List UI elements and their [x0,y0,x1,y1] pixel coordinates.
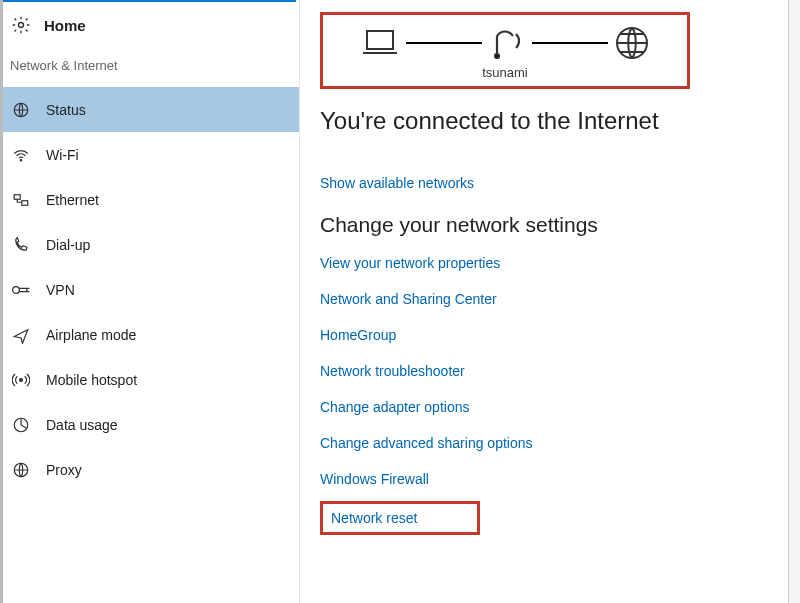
sidebar-item-label: Mobile hotspot [46,372,137,388]
svg-point-2 [20,159,22,161]
sidebar-item-airplane[interactable]: Airplane mode [0,312,299,357]
sidebar-item-wifi[interactable]: Wi-Fi [0,132,299,177]
datausage-icon [10,414,32,436]
svg-rect-4 [22,200,28,205]
sidebar-item-label: Status [46,102,86,118]
sidebar-item-label: Data usage [46,417,118,433]
sidebar-item-label: Dial-up [46,237,90,253]
laptop-icon [360,27,400,59]
svg-rect-3 [14,194,20,199]
sidebar-item-label: Proxy [46,462,82,478]
connected-heading: You're connected to the Internet [320,107,780,135]
svg-point-10 [495,54,499,58]
globe-icon [614,25,650,61]
svg-point-0 [19,23,24,28]
sidebar-item-proxy[interactable]: Proxy [0,447,299,492]
sidebar-item-status[interactable]: Status [0,87,299,132]
svg-point-6 [20,378,23,381]
svg-point-5 [13,286,20,293]
airplane-icon [10,324,32,346]
vpn-icon [10,279,32,301]
status-icon [10,99,32,121]
sidebar-item-label: Airplane mode [46,327,136,343]
settings-window: Home Network & Internet Status Wi-Fi [0,0,800,603]
sidebar-item-vpn[interactable]: VPN [0,267,299,312]
dialup-icon [10,234,32,256]
svg-rect-9 [367,31,393,49]
homegroup-link[interactable]: HomeGroup [320,327,780,343]
windows-firewall-link[interactable]: Windows Firewall [320,471,780,487]
sidebar-item-label: Ethernet [46,192,99,208]
ethernet-icon [10,189,32,211]
sidebar: Home Network & Internet Status Wi-Fi [0,0,300,603]
sidebar-item-ethernet[interactable]: Ethernet [0,177,299,222]
change-settings-heading: Change your network settings [320,213,780,237]
network-name-label: tsunami [482,65,528,80]
gear-icon [10,14,32,36]
main-content: tsunami You're connected to the Internet… [300,0,800,603]
sidebar-item-label: Wi-Fi [46,147,79,163]
connection-line [532,42,608,44]
sidebar-item-datausage[interactable]: Data usage [0,402,299,447]
network-troubleshooter-link[interactable]: Network troubleshooter [320,363,780,379]
sidebar-item-label: VPN [46,282,75,298]
window-left-edge [0,0,3,603]
home-label: Home [44,17,86,34]
show-networks-link[interactable]: Show available networks [320,175,780,191]
hotspot-icon [10,369,32,391]
wifi-icon [10,144,32,166]
view-properties-link[interactable]: View your network properties [320,255,780,271]
network-status-diagram: tsunami [320,12,690,89]
connection-line [406,42,482,44]
sidebar-section-label: Network & Internet [0,48,299,87]
wifi-signal-icon [488,26,526,60]
network-reset-link[interactable]: Network reset [331,510,417,526]
sidebar-item-hotspot[interactable]: Mobile hotspot [0,357,299,402]
network-reset-highlight: Network reset [320,501,480,535]
home-button[interactable]: Home [0,2,299,48]
network-sharing-center-link[interactable]: Network and Sharing Center [320,291,780,307]
sidebar-item-dialup[interactable]: Dial-up [0,222,299,267]
change-adapter-link[interactable]: Change adapter options [320,399,780,415]
proxy-icon [10,459,32,481]
advanced-sharing-link[interactable]: Change advanced sharing options [320,435,780,451]
